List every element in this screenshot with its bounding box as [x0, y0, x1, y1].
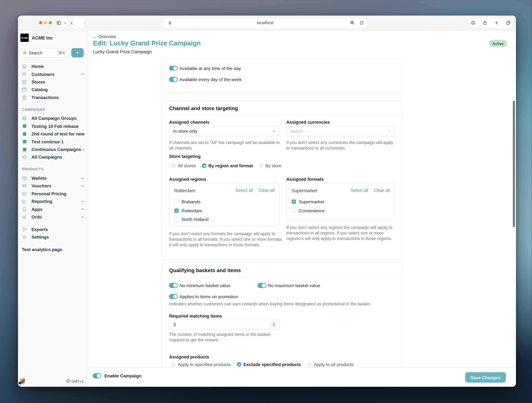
close-window-button[interactable] — [39, 21, 42, 24]
radio-option-by-region-and-format[interactable]: By region and format — [202, 163, 253, 169]
checkbox-label: Brabands — [182, 199, 201, 204]
user-avatar[interactable] — [20, 378, 25, 384]
sidebar-item-transactions[interactable]: Transactions — [18, 93, 88, 101]
sidebar-item-continuous-campaigns[interactable]: Continuous Campaigns - ... — [18, 146, 88, 153]
no-minimum-basket-value-toggle[interactable] — [169, 283, 178, 288]
checkbox-option-supermarket[interactable]: Supermarket — [291, 197, 390, 206]
radio-label: By region and format — [209, 163, 253, 169]
sidebar-item-settings[interactable]: Settings — [18, 233, 88, 241]
back-to-overview-link[interactable]: ← Overview — [93, 34, 116, 39]
sidebar-item-wallets[interactable]: Wallets — [18, 174, 88, 182]
add-button[interactable] — [71, 48, 84, 58]
available-at-any-time-of-the-day-toggle[interactable] — [169, 66, 178, 71]
divider — [162, 115, 402, 115]
sidebar-item-label: Reporting — [32, 199, 81, 204]
sidebar-item-reporting[interactable]: Reporting — [18, 197, 88, 205]
checkbox-icon — [174, 200, 179, 204]
goat-icon — [22, 214, 27, 220]
sidebar-item-label: Transactions — [32, 95, 84, 100]
assigned-currencies-label: Assigned currencies — [286, 119, 330, 125]
checkbox-option-convenience[interactable]: Convenience — [291, 206, 390, 215]
applies-to-promotion-toggle[interactable] — [169, 294, 178, 299]
assigned-regions-label: Assigned regions — [169, 176, 206, 182]
chevron-down-icon — [81, 71, 84, 77]
zoom-window-button[interactable] — [49, 21, 52, 24]
formats-clear-all-link[interactable]: Clear all — [374, 188, 390, 193]
sidebar-item-all-campaign-groups[interactable]: All Campaign Groups — [18, 115, 88, 122]
sidebar-item-all-campaigns[interactable]: All Campaigns — [18, 153, 88, 161]
org-name: ACME Inc — [32, 35, 53, 40]
forward-icon[interactable] — [80, 21, 89, 25]
sidebar-item-stores[interactable]: Stores — [18, 78, 88, 86]
clock-icon — [66, 379, 70, 383]
checkbox-option-rotterdam[interactable]: Rotterdam — [174, 206, 275, 215]
number-stepper[interactable] — [271, 322, 277, 328]
sidebar-item-customers[interactable]: Customers — [18, 70, 88, 78]
search-input[interactable]: Search ⌘ K — [20, 48, 69, 58]
timezone-indicator: GMT+1 — [66, 379, 84, 383]
downloads-icon[interactable] — [469, 20, 478, 25]
formats-select-all-link[interactable]: Select all — [350, 188, 368, 193]
enable-campaign-toggle[interactable] — [93, 373, 101, 378]
sidebar-item-label: Settings — [32, 234, 84, 240]
scrollbar-thumb[interactable] — [513, 101, 515, 227]
assigned-channels-select[interactable]: In store only — [169, 126, 280, 136]
sidebar-item-testing-10-feb-release[interactable]: Testing 10 Feb release — [18, 122, 88, 130]
sidebar-item-label: Continuous Campaigns - ... — [32, 147, 84, 152]
sidebar-item-catalog[interactable]: Catalog — [18, 86, 88, 93]
new-tab-icon[interactable] — [492, 20, 501, 25]
megaphone-icon — [22, 155, 27, 160]
assigned-products-label: Assigned products — [169, 354, 209, 359]
sidebar-item-label: Personal Pricing — [32, 191, 84, 196]
sidebar-item-label: Apps — [32, 207, 81, 212]
regions-clear-all-link[interactable]: Clear all — [259, 188, 275, 193]
radio-label: Exclude specified products — [243, 362, 301, 367]
radio-option-by-store[interactable]: By store — [259, 163, 282, 169]
regions-select-all-link[interactable]: Select all — [235, 188, 253, 193]
radio-option-apply-to-specified-products[interactable]: Apply to specified products — [171, 362, 231, 367]
sidebar-item-exports[interactable]: Exports — [18, 226, 88, 233]
sidebar-item-personal-pricing[interactable]: Personal Pricing — [18, 190, 88, 197]
checkbox-label: Rotterdam — [182, 208, 202, 213]
regions-checklist: BrabandsRotterdamNorth Holland — [174, 197, 275, 224]
radio-option-apply-to-all-products[interactable]: Apply to all products — [307, 362, 354, 367]
tab-overview-icon[interactable] — [504, 20, 513, 25]
back-label: Overview — [98, 34, 116, 39]
channels-help: If channels are set to "All" the campaig… — [169, 140, 283, 151]
sidebar-item-2nd-round-of-test-for-new[interactable]: 2nd round of test for new ... — [18, 130, 88, 138]
sidebar-item-test-continue-1[interactable]: Test continue 1 — [18, 138, 88, 146]
minimize-window-button[interactable] — [44, 21, 47, 24]
radio-option-all-stores[interactable]: All stores — [171, 163, 196, 169]
radio-option-exclude-specified-products[interactable]: Exclude specified products — [237, 362, 301, 367]
assigned-currencies-select[interactable]: Select... — [286, 126, 395, 136]
checkbox-option-north-holland[interactable]: North Holland — [174, 215, 275, 224]
footer-nav: ExportsSettings — [18, 226, 88, 241]
sidebar-item-label: Vouchers — [32, 183, 81, 189]
org-row[interactable]: ACME ACME Inc — [20, 34, 53, 42]
sidebar-item-label: Stores — [32, 79, 84, 84]
gear-icon — [22, 234, 27, 240]
toggle-label: No maximum basket value — [268, 283, 320, 288]
chart-icon — [22, 199, 27, 204]
no-maximum-basket-value-toggle[interactable] — [258, 283, 266, 288]
sidebar-item-home[interactable]: Home — [18, 62, 88, 70]
available-every-day-of-the-week-toggle[interactable] — [169, 77, 178, 82]
regions-box: Rotterdam Select all Clear all BrabandsR… — [169, 183, 280, 226]
address-bar[interactable]: localhost — [164, 18, 367, 27]
checkbox-icon — [291, 208, 296, 213]
arrow-left-icon: ← — [93, 34, 97, 39]
toggle-row-available-at-any-time-of-the-day: Available at any time of the day — [169, 66, 241, 71]
sidebar-item-apps[interactable]: Apps — [18, 205, 88, 213]
required-matching-items-input[interactable] — [170, 322, 271, 327]
radio-icon — [171, 362, 176, 367]
sidebar-item-test-analytics-page[interactable]: Test analytics page — [18, 247, 88, 252]
sidebar-item-vouchers[interactable]: Vouchers — [18, 182, 88, 190]
store-targeting-label: Store targeting — [169, 154, 201, 159]
save-changes-button[interactable]: Save Changes — [465, 372, 506, 383]
toggle-sidebar-icon[interactable] — [54, 20, 64, 26]
back-icon[interactable] — [67, 21, 76, 25]
checkbox-option-brabands[interactable]: Brabands — [174, 197, 275, 206]
radio-label: Apply to specified products — [178, 362, 231, 367]
sidebar-item-oribi[interactable]: Oribi — [18, 213, 88, 221]
share-icon[interactable] — [480, 20, 489, 25]
